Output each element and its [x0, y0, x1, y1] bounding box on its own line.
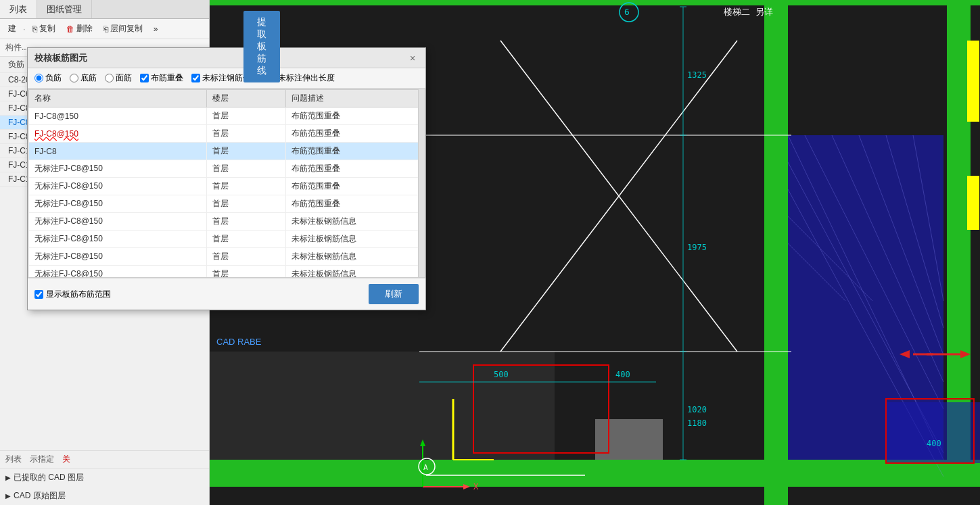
table-row[interactable]: FJ-C8首层布筋范围重叠	[29, 143, 425, 160]
svg-text:X: X	[473, 482, 479, 491]
col-issue: 问题描述	[286, 90, 425, 107]
results-table-container: 名称 楼层 问题描述 FJ-C8@150首层布筋范围重叠FJ-C8@150首层布…	[28, 89, 425, 278]
col-floor: 楼层	[207, 90, 286, 107]
cross-floor-button[interactable]: ⎗ 层间复制	[99, 22, 147, 36]
delete-button[interactable]: 🗑 删除	[62, 22, 97, 36]
svg-text:A: A	[423, 463, 428, 472]
svg-text:1975: 1975	[687, 243, 707, 252]
scrollbar[interactable]	[418, 89, 425, 277]
indicate-label[interactable]: 示指定	[30, 454, 54, 465]
svg-text:1325: 1325	[687, 70, 707, 80]
svg-text:400: 400	[615, 370, 630, 379]
more-button[interactable]: »	[149, 23, 162, 35]
svg-rect-2	[210, 0, 980, 5]
dialog-close-button[interactable]: ×	[406, 52, 419, 64]
checkbox-unlabeled-ext-label[interactable]: 未标注伸出长度	[278, 72, 335, 84]
table-row[interactable]: FJ-C8@150首层布筋范围重叠	[29, 107, 425, 125]
tree-extracted-cad[interactable]: ▶ 已提取的 CAD 图层	[0, 468, 209, 487]
table-row[interactable]: 无标注FJ-C8@150首层未标注板钢筋信息	[29, 266, 425, 279]
table-header-row: 名称 楼层 问题描述	[29, 90, 425, 107]
svg-rect-22	[967, 41, 979, 122]
refresh-button[interactable]: 刷新	[369, 284, 419, 304]
col-name: 名称	[29, 90, 207, 107]
svg-text:CAD RABE: CAD RABE	[216, 337, 262, 347]
show-range-checkbox[interactable]	[34, 290, 43, 299]
panel-toolbar: 建 · ⎘ 复制 🗑 删除 ⎗ 层间复制 »	[0, 19, 209, 39]
tree-expand-icon: ▶	[5, 474, 11, 481]
radio-negative-input[interactable]	[34, 74, 43, 82]
dialog-titlebar: 校核板筋图元 ×	[28, 48, 425, 68]
dialog-footer: 显示板筋布筋范围 刷新	[28, 278, 425, 310]
radio-negative-bar: 负筋	[34, 72, 62, 84]
svg-rect-1	[210, 460, 980, 487]
validate-dialog: 校核板筋图元 × 负筋 底筋 面筋 布筋重叠 未标注钢筋信息 未标注伸出长度	[27, 47, 426, 310]
checkbox-unlabeled-info-input[interactable]	[191, 74, 200, 82]
extract-button[interactable]: 提取板筋线	[243, 11, 280, 82]
svg-text:楼梯二  另详: 楼梯二 另详	[724, 7, 773, 17]
radio-top-input[interactable]	[105, 74, 114, 82]
svg-rect-6	[419, 352, 555, 460]
radio-bottom-bar: 底筋	[70, 72, 97, 84]
radio-top-label[interactable]: 面筋	[116, 72, 132, 84]
copy-icon: ⎘	[32, 24, 37, 34]
table-row[interactable]: 无标注FJ-C8@150首层布筋范围重叠	[29, 160, 425, 178]
cross-floor-icon: ⎗	[103, 24, 108, 34]
table-row[interactable]: FJ-C8@150首层布筋范围重叠	[29, 125, 425, 143]
results-table: 名称 楼层 问题描述 FJ-C8@150首层布筋范围重叠FJ-C8@150首层布…	[28, 89, 425, 278]
dialog-title: 校核板筋图元	[34, 52, 87, 64]
radio-bottom-label[interactable]: 底筋	[80, 72, 97, 84]
svg-text:400: 400	[927, 439, 941, 448]
svg-rect-18	[886, 402, 980, 463]
tab-list[interactable]: 列表	[0, 0, 37, 18]
table-row[interactable]: 无标注FJ-C8@150首层未标注板钢筋信息	[29, 231, 425, 248]
radio-top-bar: 面筋	[105, 72, 132, 84]
table-row[interactable]: 无标注FJ-C8@150首层未标注板钢筋信息	[29, 213, 425, 231]
radio-negative-label[interactable]: 负筋	[45, 72, 62, 84]
svg-rect-23	[967, 176, 979, 230]
list-label[interactable]: 列表	[5, 454, 22, 465]
new-button[interactable]: 建	[4, 22, 20, 36]
show-range-label[interactable]: 显示板筋布筋范围	[46, 289, 111, 300]
table-row[interactable]: 无标注FJ-C8@150首层布筋范围重叠	[29, 178, 425, 195]
filter-label: 构件...	[5, 42, 28, 53]
checkbox-overlap: 布筋重叠	[140, 72, 183, 84]
tab-drawings[interactable]: 图纸管理	[37, 0, 92, 18]
close-label[interactable]: 关	[62, 454, 70, 465]
radio-bottom-input[interactable]	[70, 74, 78, 82]
table-row[interactable]: 无标注FJ-C8@150首层布筋范围重叠	[29, 195, 425, 213]
svg-rect-5	[210, 352, 419, 460]
tree-expand-icon-2: ▶	[5, 492, 11, 500]
svg-text:1180: 1180	[687, 418, 707, 428]
delete-icon: 🗑	[66, 24, 74, 34]
results-table-body: FJ-C8@150首层布筋范围重叠FJ-C8@150首层布筋范围重叠FJ-C8首…	[29, 107, 425, 279]
dialog-toolbar: 负筋 底筋 面筋 布筋重叠 未标注钢筋信息 未标注伸出长度	[28, 68, 425, 89]
svg-text:500: 500	[494, 370, 509, 379]
tree-original-cad[interactable]: ▶ CAD 原始图层	[0, 487, 209, 505]
show-range-checkbox-group: 显示板筋布筋范围	[34, 289, 111, 300]
panel-tabs: 列表 图纸管理	[0, 0, 209, 19]
checkbox-overlap-label[interactable]: 布筋重叠	[151, 72, 183, 84]
svg-text:6: 6	[624, 7, 630, 17]
svg-rect-4	[947, 0, 971, 460]
checkbox-overlap-input[interactable]	[140, 74, 149, 82]
copy-button[interactable]: ⎘ 复制	[28, 22, 60, 36]
svg-text:1020: 1020	[687, 405, 707, 414]
svg-rect-3	[764, 0, 788, 505]
table-row[interactable]: 无标注FJ-C8@150首层未标注板钢筋信息	[29, 248, 425, 266]
